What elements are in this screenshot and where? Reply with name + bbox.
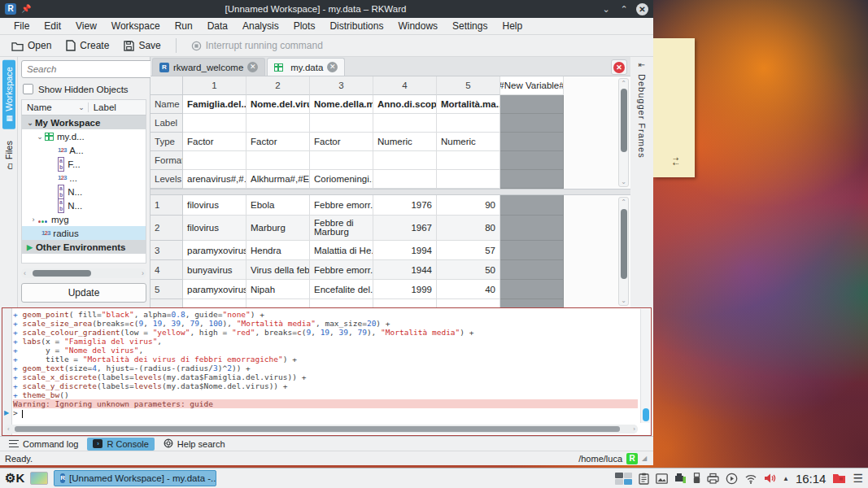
clock[interactable]: 16:14: [796, 472, 827, 486]
grid-cell[interactable]: Factor: [310, 133, 373, 151]
meta-vertical-scrollbar[interactable]: ⌃⌄: [618, 78, 629, 187]
grid-cell[interactable]: 1994: [373, 241, 437, 260]
grid-cell[interactable]: 1999: [373, 280, 437, 299]
open-button[interactable]: Open: [5, 37, 58, 54]
tree-item-var-dots[interactable]: 123...: [22, 171, 146, 185]
menu-help[interactable]: Help: [495, 19, 530, 33]
grid-cell[interactable]: Febbre emorr...: [310, 260, 373, 280]
menu-edit[interactable]: Edit: [37, 19, 68, 33]
sticky-note-widget[interactable]: ⇢⇠: [653, 38, 695, 177]
r-console[interactable]: ▶ + geom_point( fill="black", alpha=0.8,…: [2, 307, 652, 436]
tree-col-label[interactable]: Label: [89, 102, 146, 112]
folder-red-icon[interactable]: [832, 473, 846, 484]
grid-cell[interactable]: [310, 114, 373, 133]
task-button-rkward[interactable]: R [Unnamed Workspace] - my.data -...: [54, 470, 216, 486]
grid-cell[interactable]: Anno.di.scop...: [373, 95, 437, 114]
grid-cell[interactable]: Febbre di Marburg: [310, 216, 373, 241]
working-directory[interactable]: /home/luca: [578, 454, 622, 464]
menu-run[interactable]: Run: [168, 19, 200, 33]
tree-item-mydata[interactable]: ⌄my.d...: [22, 129, 146, 143]
tree-item-var-n2[interactable]: abN...: [22, 198, 146, 212]
tab-workspace[interactable]: ▦ Workspace: [2, 60, 15, 129]
grid-cell[interactable]: 40: [437, 280, 500, 299]
grid-cell[interactable]: filovirus: [183, 216, 246, 241]
grid-cell-new[interactable]: [500, 280, 564, 299]
grid-cell[interactable]: [183, 114, 246, 133]
grid-cell[interactable]: Marburg: [246, 216, 310, 241]
grid-cell[interactable]: 50: [437, 260, 500, 280]
volume-icon[interactable]: [764, 473, 776, 484]
tree-item-my-workspace[interactable]: ⌄My Workspace: [22, 115, 146, 129]
grid-cell[interactable]: Febbre emorr...: [310, 195, 373, 216]
tree-item-var-n1[interactable]: abN...: [22, 185, 146, 198]
update-button[interactable]: Update: [21, 283, 146, 303]
grid-cell[interactable]: Alkhurma#,#E...: [246, 170, 310, 189]
tab-rkward-welcome[interactable]: R rkward_welcome ✕: [152, 58, 265, 76]
menu-plots[interactable]: Plots: [286, 19, 323, 33]
grid-cell[interactable]: [246, 114, 310, 133]
printer-icon[interactable]: [707, 473, 719, 484]
grid-cell[interactable]: Nome.della.m...: [310, 95, 373, 114]
tree-item-myg[interactable]: ›myg: [22, 212, 146, 226]
grid-cell[interactable]: 1944: [373, 260, 437, 280]
menu-data[interactable]: Data: [200, 19, 235, 33]
tab-close-icon[interactable]: ✕: [247, 62, 258, 72]
print-queue-icon[interactable]: [674, 473, 687, 484]
col-header[interactable]: 3: [310, 76, 373, 95]
grid-cell[interactable]: [310, 151, 373, 170]
grid-cell-new[interactable]: [500, 216, 564, 241]
grid-cell-new[interactable]: [500, 95, 564, 114]
app-launcher-icon[interactable]: ⚙K: [5, 471, 24, 486]
maximize-button[interactable]: ⌃: [618, 3, 630, 15]
grid-cell[interactable]: Nome.del.virus: [246, 95, 310, 114]
col-header[interactable]: 2: [246, 76, 310, 95]
grid-cell[interactable]: Numeric: [437, 133, 500, 151]
tree-item-var-a[interactable]: 123A...: [22, 143, 146, 157]
tray-expand-icon[interactable]: ▲: [783, 475, 789, 482]
minimize-button[interactable]: ⌄: [600, 3, 612, 15]
tab-files[interactable]: 🗀 Files: [2, 134, 15, 176]
search-input[interactable]: [21, 60, 159, 78]
menu-file[interactable]: File: [7, 19, 37, 33]
grid-cell[interactable]: Numeric: [373, 133, 437, 151]
menu-distributions[interactable]: Distributions: [322, 19, 390, 33]
col-header[interactable]: 1: [183, 76, 246, 95]
wifi-icon[interactable]: [744, 473, 757, 484]
tree-col-name[interactable]: Name⌄: [22, 102, 89, 112]
grid-cell[interactable]: Factor: [246, 133, 310, 151]
grid-cell[interactable]: [183, 151, 246, 170]
grid-cell[interactable]: filovirus: [183, 195, 246, 216]
grid-cell[interactable]: Coriomeningi...: [310, 170, 373, 189]
grid-cell[interactable]: Virus della feb...: [246, 260, 310, 280]
menu-view[interactable]: View: [68, 19, 104, 33]
grid-cell[interactable]: bunyavirus: [183, 260, 246, 280]
grid-cell-new[interactable]: [500, 241, 564, 260]
grid-cell[interactable]: [437, 151, 500, 170]
resize-grip[interactable]: ◢: [642, 455, 648, 462]
grid-cell[interactable]: 1976: [373, 195, 437, 216]
menu-workspace[interactable]: Workspace: [104, 19, 168, 33]
grid-cell[interactable]: Ebola: [246, 195, 310, 216]
tree-item-other-environments[interactable]: ▶Other Environments: [22, 240, 146, 254]
menu-analysis[interactable]: Analysis: [235, 19, 286, 33]
grid-cell[interactable]: 57: [437, 241, 500, 260]
rkward-app-icon[interactable]: R: [5, 3, 16, 15]
tree-item-radius[interactable]: 123radius: [22, 226, 146, 240]
grid-cell[interactable]: 80: [437, 216, 500, 241]
clipboard-icon[interactable]: [639, 473, 649, 485]
save-button[interactable]: Save: [117, 37, 167, 54]
tab-close-icon[interactable]: ✕: [327, 62, 338, 72]
grid-cell[interactable]: [246, 151, 310, 170]
tool-r-console[interactable]: › R Console: [87, 438, 154, 451]
col-header-new-variable[interactable]: #New Variable#: [500, 76, 564, 95]
tool-command-log[interactable]: Command log: [3, 438, 84, 451]
note-adjust-icon[interactable]: ⇢⇠: [673, 156, 684, 166]
interrupt-button[interactable]: Interrupt running command: [185, 37, 329, 54]
removable-device-icon[interactable]: [693, 473, 700, 484]
grid-cell[interactable]: Famiglia.del....: [183, 95, 246, 114]
grid-cell-new[interactable]: [500, 195, 564, 216]
grid-cell-new[interactable]: [500, 151, 564, 170]
grid-cell[interactable]: Malattia di He...: [310, 241, 373, 260]
grid-cell[interactable]: Hendra: [246, 241, 310, 260]
media-player-icon[interactable]: [726, 473, 738, 485]
